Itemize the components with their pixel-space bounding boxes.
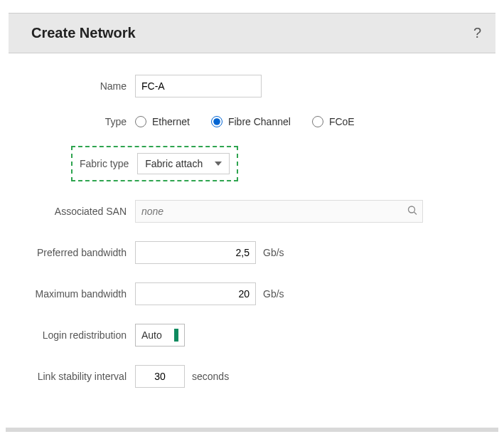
radio-fcoe-label: FCoE <box>329 116 355 127</box>
row-name: Name <box>14 75 490 97</box>
row-maximum-bandwidth: Maximum bandwidth Gb/s <box>14 282 490 305</box>
row-fabric-type: Fabric type Fabric attach <box>71 146 490 181</box>
link-stability-input[interactable] <box>135 365 185 388</box>
fabric-type-highlight: Fabric type Fabric attach <box>71 146 238 181</box>
radio-ethernet-input[interactable] <box>135 116 146 127</box>
link-stability-unit: seconds <box>192 371 229 382</box>
preferred-bandwidth-unit: Gb/s <box>263 247 284 258</box>
associated-san-input[interactable] <box>135 200 423 223</box>
type-label: Type <box>14 116 135 127</box>
row-associated-san: Associated SAN <box>14 200 490 223</box>
form-area: Name Type Ethernet Fibre Channel FCoE Fa… <box>0 53 504 413</box>
dialog-header: Create Network ? <box>9 13 495 53</box>
row-login-redistribution: Login redistribution Auto <box>14 324 490 347</box>
name-label: Name <box>14 80 135 92</box>
preferred-bandwidth-input[interactable] <box>135 241 256 264</box>
maximum-bandwidth-input[interactable] <box>135 282 256 305</box>
select-handle-icon <box>174 329 178 342</box>
radio-fibre-channel-input[interactable] <box>211 116 222 127</box>
preferred-bandwidth-label: Preferred bandwidth <box>14 247 135 258</box>
radio-fibre-channel-label: Fibre Channel <box>228 116 291 127</box>
radio-fcoe[interactable]: FCoE <box>312 116 355 127</box>
fabric-type-label: Fabric type <box>80 158 129 169</box>
maximum-bandwidth-label: Maximum bandwidth <box>14 288 135 300</box>
login-redistribution-select[interactable]: Auto <box>135 324 185 347</box>
maximum-bandwidth-unit: Gb/s <box>263 288 284 300</box>
row-preferred-bandwidth: Preferred bandwidth Gb/s <box>14 241 490 264</box>
help-icon[interactable]: ? <box>473 25 481 41</box>
row-link-stability: Link stability interval seconds <box>14 365 490 388</box>
fabric-type-select[interactable]: Fabric attach <box>137 153 230 174</box>
associated-san-label: Associated SAN <box>14 206 135 217</box>
radio-fcoe-input[interactable] <box>312 116 323 127</box>
row-type: Type Ethernet Fibre Channel FCoE <box>14 116 490 127</box>
radio-fibre-channel[interactable]: Fibre Channel <box>211 116 291 127</box>
link-stability-label: Link stability interval <box>14 371 135 382</box>
radio-ethernet[interactable]: Ethernet <box>135 116 190 127</box>
name-input[interactable] <box>135 75 262 97</box>
svg-line-1 <box>414 212 417 215</box>
fabric-type-value: Fabric attach <box>145 158 203 169</box>
search-icon[interactable] <box>407 206 417 218</box>
login-redistribution-value: Auto <box>141 329 162 341</box>
login-redistribution-label: Login redistribution <box>14 329 135 341</box>
dialog-title: Create Network <box>31 25 136 41</box>
radio-ethernet-label: Ethernet <box>152 116 190 127</box>
svg-point-0 <box>409 206 415 213</box>
footer: 1 Changed: Name to ... Create Create + C… <box>0 432 504 439</box>
chevron-down-icon <box>215 162 222 166</box>
